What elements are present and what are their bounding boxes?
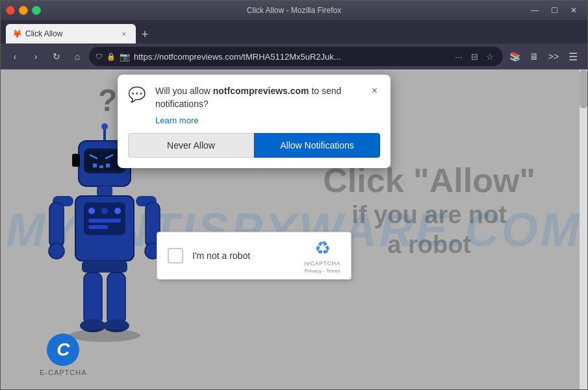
home-button[interactable]: ⌂ [68, 47, 86, 66]
svg-point-17 [114, 208, 121, 214]
recaptcha-label: I'm not a robot [192, 250, 304, 261]
library-icon[interactable]: 📚 [505, 47, 524, 66]
recaptcha-brand: reCAPTCHA [304, 260, 340, 267]
title-bar-controls: — ☐ ✕ [526, 4, 582, 17]
new-tab-button[interactable]: + [136, 25, 154, 43]
scrollbar-thumb[interactable] [580, 69, 587, 108]
permissions-icon: 📷 [120, 52, 130, 62]
address-bar[interactable]: 🛡 🔒 📷 https://notfcompreviews.com/tMRHA5… [89, 47, 503, 66]
address-bar-icons: ··· ⊟ ☆ [452, 50, 496, 63]
recaptcha-icon: ♻ [314, 238, 331, 259]
recaptcha-links: Privacy - Terms [305, 268, 340, 274]
reload-button[interactable]: ↻ [47, 47, 66, 66]
learn-more-link[interactable]: Learn more [155, 116, 380, 125]
firefox-menu-button[interactable]: ☰ [564, 47, 582, 66]
notification-question: Will you allow notfcompreviews.com to se… [155, 85, 369, 110]
reader-view-icon[interactable]: ⊟ [468, 50, 481, 63]
forward-button[interactable]: › [27, 47, 45, 66]
bookmark-button[interactable]: ☆ [483, 50, 496, 63]
svg-rect-27 [84, 273, 102, 324]
tab-label: Click Allow [25, 29, 115, 38]
svg-point-1 [101, 123, 108, 130]
title-bar: Click Allow - Mozilla Firefox — ☐ ✕ [1, 1, 587, 20]
ecaptcha-label: E-CAPTCHA [40, 369, 87, 376]
notification-header: 💬 Will you allow notfcompreviews.com to … [128, 85, 380, 110]
ecaptcha-icon: C [47, 334, 79, 366]
nav-right-icons: 📚 🖥 >> ☰ [505, 47, 582, 66]
svg-rect-21 [49, 202, 64, 248]
address-more-button[interactable]: ··· [452, 50, 465, 63]
window-close-button[interactable] [6, 6, 15, 15]
synced-tabs-icon[interactable]: 🖥 [525, 47, 543, 66]
svg-rect-12 [97, 186, 112, 196]
heading-line2: if you are not [323, 201, 535, 230]
lock-icon: 🔒 [107, 53, 116, 61]
tab-close-button[interactable]: × [119, 29, 129, 39]
minimize-button[interactable]: — [526, 4, 543, 17]
allow-notifications-button[interactable]: Allow Notifications [254, 133, 380, 158]
back-button[interactable]: ‹ [6, 47, 24, 66]
browser-window: Click Allow - Mozilla Firefox — ☐ ✕ 🦊 Cl… [0, 0, 588, 390]
heading-line3: a robot [323, 230, 535, 260]
svg-point-16 [101, 208, 108, 214]
tab-favicon-icon: 🦊 [12, 29, 21, 38]
ecaptcha-logo: C E-CAPTCHA [40, 334, 87, 376]
svg-rect-28 [107, 273, 125, 324]
notification-buttons: Never Allow Allow Notifications [128, 133, 380, 158]
main-text-area: Click "Allow" if you are not a robot [323, 160, 535, 260]
recaptcha-privacy-link[interactable]: Privacy [305, 268, 322, 274]
recaptcha-checkbox[interactable] [168, 248, 183, 263]
svg-rect-19 [88, 225, 108, 229]
never-allow-button[interactable]: Never Allow [128, 133, 254, 158]
svg-rect-8 [99, 165, 103, 168]
svg-point-22 [49, 243, 64, 259]
svg-rect-9 [106, 164, 110, 167]
svg-rect-7 [93, 164, 97, 167]
svg-rect-10 [72, 154, 80, 167]
recaptcha-logo: ♻ reCAPTCHA Privacy - Terms [304, 238, 340, 274]
window-minimize-button[interactable] [19, 6, 28, 15]
scrollbar[interactable] [580, 69, 587, 389]
maximize-button[interactable]: ☐ [546, 4, 563, 17]
recaptcha-terms-link[interactable]: Terms [326, 268, 340, 274]
svg-rect-18 [88, 219, 121, 223]
window-maximize-button[interactable] [32, 6, 41, 15]
security-icon: 🛡 [96, 53, 103, 60]
notification-close-button[interactable]: × [369, 85, 380, 97]
notification-site: notfcompreviews.com [213, 86, 309, 96]
notification-popup: 💬 Will you allow notfcompreviews.com to … [118, 75, 390, 168]
svg-point-15 [88, 208, 95, 214]
browser-tab[interactable]: 🦊 Click Allow × [6, 24, 136, 43]
address-text: https://notfcompreviews.com/tMRHA5112Mx5… [134, 52, 448, 62]
svg-rect-26 [82, 261, 127, 273]
recaptcha-widget: I'm not a robot ♻ reCAPTCHA Privacy - Te… [157, 232, 352, 280]
navigation-bar: ‹ › ↻ ⌂ 🛡 🔒 📷 https://notfcompreviews.co… [1, 43, 587, 69]
notification-icon: 💬 [128, 86, 149, 107]
title-bar-left [6, 6, 41, 15]
window-title: Click Allow - Mozilla Firefox [247, 6, 341, 15]
close-button[interactable]: ✕ [565, 4, 582, 17]
tab-bar: 🦊 Click Allow × + [1, 20, 587, 43]
browser-content: MYANTISPYWARE.COM ?? [1, 69, 587, 389]
extensions-icon[interactable]: >> [544, 47, 563, 66]
